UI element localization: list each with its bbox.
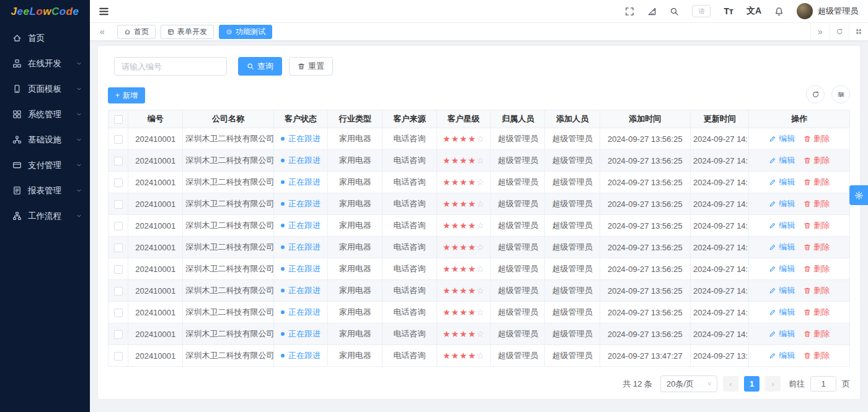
query-button[interactable]: 查询 <box>238 57 282 76</box>
page-number-1[interactable]: 1 <box>744 376 760 392</box>
tabs-expand-right-icon[interactable]: » <box>810 23 830 40</box>
app-logo[interactable]: JeeLowCode <box>0 0 90 23</box>
delete-button[interactable]: 删除 <box>804 155 830 166</box>
home-icon <box>124 28 131 35</box>
tab-2[interactable]: 功能测试 <box>219 25 272 39</box>
reset-button[interactable]: 重置 <box>289 57 333 76</box>
cell-id: 202410001 <box>128 172 183 193</box>
sidebar-item-3[interactable]: 系统管理 <box>0 102 90 127</box>
edit-button[interactable]: 编辑 <box>769 263 795 274</box>
tab-1[interactable]: 表单开发 <box>161 25 214 39</box>
refresh-table-icon[interactable] <box>806 85 825 103</box>
edit-button[interactable]: 编辑 <box>769 198 795 209</box>
star-filled-icon: ★ <box>451 199 460 209</box>
row-checkbox[interactable] <box>114 200 123 209</box>
row-checkbox[interactable] <box>114 178 123 187</box>
pencil-icon <box>769 309 776 316</box>
page-size-select[interactable]: 20条/页 ˅ <box>660 375 717 392</box>
cell-company: 深圳木卫二科技有限公司 <box>183 193 273 215</box>
theme-settings-gear-icon[interactable] <box>849 185 868 205</box>
delete-button[interactable]: 删除 <box>804 242 830 253</box>
delete-button[interactable]: 删除 <box>804 307 830 318</box>
delete-button[interactable]: 删除 <box>804 220 830 231</box>
cell-created-time: 2024-09-27 13:56:25 <box>600 280 690 302</box>
delete-button[interactable]: 删除 <box>804 328 830 340</box>
row-checkbox[interactable] <box>114 352 123 361</box>
add-button[interactable]: + 新增 <box>108 87 145 103</box>
edit-button[interactable]: 编辑 <box>769 177 795 188</box>
user-menu[interactable]: 超级管理员 <box>797 3 858 19</box>
delete-button[interactable]: 删除 <box>804 177 830 188</box>
cell-status: 正在跟进 <box>273 128 327 150</box>
column-settings-icon[interactable] <box>831 85 850 103</box>
sidebar-item-7[interactable]: 工作流程 <box>0 203 90 229</box>
sidebar-item-home[interactable]: 首页 <box>0 25 90 51</box>
select-all-checkbox[interactable] <box>114 115 123 124</box>
row-checkbox[interactable] <box>114 222 123 230</box>
cell-id: 202410001 <box>128 237 183 258</box>
sidebar-item-4[interactable]: 基础设施 <box>0 127 90 152</box>
notification-bell-icon[interactable] <box>774 7 784 16</box>
delete-button[interactable]: 删除 <box>804 133 830 144</box>
next-page-button[interactable]: › <box>765 376 781 392</box>
row-checkbox[interactable] <box>114 243 123 252</box>
prev-page-button[interactable]: ‹ <box>723 376 738 392</box>
cell-updated-time: 2024-09-27 14: <box>691 150 749 172</box>
cell-star-rating: ★★★★☆ <box>436 172 490 193</box>
fullscreen-icon[interactable] <box>625 7 634 16</box>
sidebar-item-2[interactable]: 页面模板 <box>0 76 90 102</box>
layout-grid-icon[interactable] <box>849 23 868 40</box>
sidebar-item-5[interactable]: 支付管理 <box>0 152 90 178</box>
hamburger-menu-icon[interactable] <box>99 6 109 17</box>
trash-icon <box>804 222 811 229</box>
tab-0[interactable]: 首页 <box>117 25 156 39</box>
status-dot <box>281 202 285 206</box>
design-ruler-icon[interactable] <box>647 7 657 16</box>
search-icon[interactable] <box>670 7 679 16</box>
search-input[interactable] <box>114 57 227 76</box>
cell-source: 电话咨询 <box>383 345 436 367</box>
edit-button[interactable]: 编辑 <box>769 285 795 296</box>
row-checkbox[interactable] <box>114 157 123 165</box>
pencil-icon <box>769 135 776 142</box>
translate-icon[interactable]: 文A <box>746 6 761 17</box>
tabs-collapse-left-icon[interactable]: « <box>95 27 110 37</box>
cell-company: 深圳木卫二科技有限公司 <box>183 237 273 258</box>
font-size-icon[interactable]: Tт <box>724 6 733 16</box>
delete-button[interactable]: 删除 <box>804 263 830 274</box>
goto-page-input[interactable] <box>810 376 836 392</box>
edit-button[interactable]: 编辑 <box>769 307 795 318</box>
tab-label: 功能测试 <box>236 27 265 37</box>
cell-updated-time: 2024-09-27 14: <box>691 172 749 193</box>
cell-status: 正在跟进 <box>273 215 327 237</box>
row-checkbox[interactable] <box>114 309 123 317</box>
cell-created-time: 2024-09-27 13:56:25 <box>600 215 690 237</box>
edit-button[interactable]: 编辑 <box>769 155 795 166</box>
cell-updated-time: 2024-09-27 13: <box>691 345 749 367</box>
cell-source: 电话咨询 <box>383 172 436 193</box>
chevron-down-icon <box>76 136 82 143</box>
row-checkbox[interactable] <box>114 287 123 296</box>
checkbox-cell <box>108 280 128 302</box>
edit-button[interactable]: 编辑 <box>769 350 795 361</box>
row-checkbox[interactable] <box>114 330 123 339</box>
user-avatar <box>797 3 813 19</box>
row-checkbox[interactable] <box>114 135 123 144</box>
delete-button[interactable]: 删除 <box>804 198 830 209</box>
edit-button[interactable]: 编辑 <box>769 328 795 340</box>
edit-button[interactable]: 编辑 <box>769 220 795 231</box>
cell-source: 电话咨询 <box>383 215 436 237</box>
table-row: 202410001 深圳木卫二科技有限公司 正在跟进 家用电器 电话咨询 ★★★… <box>108 280 850 302</box>
delete-button[interactable]: 删除 <box>804 350 830 361</box>
cell-actions: 编辑删除 <box>749 215 850 237</box>
cell-status: 正在跟进 <box>273 193 327 215</box>
quick-search-input[interactable]: 请 <box>692 5 711 17</box>
delete-button[interactable]: 删除 <box>804 285 830 296</box>
edit-button[interactable]: 编辑 <box>769 242 795 253</box>
sidebar-item-6[interactable]: 报表管理 <box>0 178 90 203</box>
row-checkbox[interactable] <box>114 265 123 274</box>
sidebar-item-1[interactable]: 在线开发 <box>0 51 90 76</box>
edit-button[interactable]: 编辑 <box>769 133 795 144</box>
tab-refresh-icon[interactable] <box>830 23 849 40</box>
star-filled-icon: ★ <box>459 329 468 339</box>
